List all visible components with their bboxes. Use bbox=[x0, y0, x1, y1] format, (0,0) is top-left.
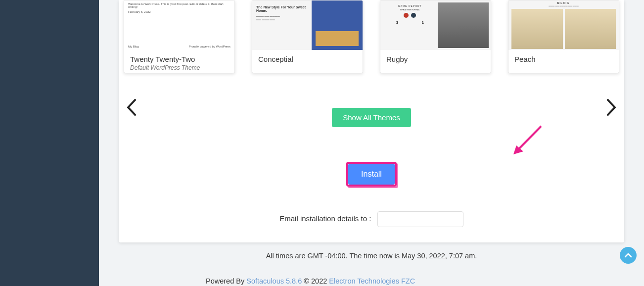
preview-text: The New Style For Your Sweet Home. bbox=[256, 5, 308, 12]
svg-marker-1 bbox=[513, 145, 523, 154]
footer-time-text: All times are GMT -04:00. The time now i… bbox=[266, 252, 477, 260]
theme-title: Rugby bbox=[386, 55, 485, 63]
theme-card-twenty-twenty-two[interactable]: Welcome to WordPress. This is your first… bbox=[124, 0, 235, 73]
preview-image bbox=[438, 2, 489, 48]
preview-text: ▬▬▬ ▬▬ ▬▬▬▬▬▬ ▬▬▬ ▬▬ bbox=[256, 14, 308, 21]
scroll-to-top-button[interactable] bbox=[620, 247, 637, 264]
theme-preview: The New Style For Your Sweet Home. ▬▬▬ ▬… bbox=[252, 0, 363, 50]
theme-title: Twenty Twenty-Two bbox=[130, 55, 229, 63]
preview-text: GREAT WIN IN FINAL bbox=[384, 8, 436, 11]
preview-text: ▬▬▬ ▬▬ ▬▬▬▬ ▬▬ ▬▬▬ bbox=[549, 4, 578, 7]
footer-time: All times are GMT -04:00. The time now i… bbox=[99, 244, 644, 267]
theme-info: Peach bbox=[508, 50, 619, 69]
preview-text: Welcome to WordPress. This is your first… bbox=[128, 2, 230, 8]
preview-text: My Blog bbox=[128, 45, 139, 48]
preview-text: February 6, 2022 bbox=[128, 10, 230, 13]
main-panel: Welcome to WordPress. This is your first… bbox=[119, 0, 624, 242]
preview-image bbox=[565, 9, 616, 49]
email-input[interactable] bbox=[377, 211, 463, 227]
preview-text: Proudly powered by WordPress bbox=[189, 45, 230, 48]
email-label: Email installation details to : bbox=[279, 214, 371, 223]
footer-powered: Powered By Softaculous 5.8.6 © 2022 Elec… bbox=[206, 277, 415, 285]
theme-info: Rugby bbox=[380, 50, 491, 69]
theme-title: Peach bbox=[514, 55, 613, 63]
theme-title: Conceptial bbox=[258, 55, 357, 63]
preview-text: GAME REPORT bbox=[384, 4, 436, 7]
company-link[interactable]: Electron Technologies FZC bbox=[329, 277, 415, 285]
team-badge-icon bbox=[411, 13, 416, 18]
carousel-prev-icon[interactable] bbox=[126, 99, 137, 120]
theme-preview: Welcome to WordPress. This is your first… bbox=[124, 0, 234, 50]
theme-info: Conceptial bbox=[252, 50, 363, 69]
preview-image bbox=[312, 0, 363, 50]
softaculous-link[interactable]: Softaculous 5.8.6 bbox=[246, 277, 302, 285]
theme-subtitle: Default WordPress Theme bbox=[130, 64, 229, 71]
themes-row: Welcome to WordPress. This is your first… bbox=[119, 0, 624, 73]
svg-line-0 bbox=[517, 126, 541, 150]
theme-card-rugby[interactable]: GAME REPORT GREAT WIN IN FINAL 3 1 bbox=[380, 0, 491, 73]
preview-score: 1 bbox=[421, 20, 423, 25]
theme-preview: BLOG ▬▬▬ ▬▬ ▬▬▬▬ ▬▬ ▬▬▬ bbox=[508, 0, 619, 50]
annotation-arrow-icon bbox=[511, 124, 546, 158]
carousel-next-icon[interactable] bbox=[606, 99, 617, 120]
theme-card-peach[interactable]: BLOG ▬▬▬ ▬▬ ▬▬▬▬ ▬▬ ▬▬▬ Peach bbox=[508, 0, 619, 73]
preview-image bbox=[511, 9, 563, 49]
email-row: Email installation details to : bbox=[119, 211, 624, 227]
theme-preview: GAME REPORT GREAT WIN IN FINAL 3 1 bbox=[380, 0, 491, 50]
theme-card-conceptial[interactable]: The New Style For Your Sweet Home. ▬▬▬ ▬… bbox=[252, 0, 363, 73]
show-all-themes-button[interactable]: Show All Themes bbox=[332, 108, 411, 127]
theme-info: Twenty Twenty-Two Default WordPress Them… bbox=[124, 50, 234, 73]
sidebar bbox=[0, 0, 99, 286]
team-badge-icon bbox=[404, 13, 409, 18]
footer-text: © 2022 bbox=[302, 277, 329, 285]
preview-score: 3 bbox=[396, 20, 398, 25]
caret-up-icon bbox=[625, 253, 632, 258]
install-section: Install bbox=[119, 162, 624, 187]
footer-text: Powered By bbox=[206, 277, 246, 285]
content-area: Welcome to WordPress. This is your first… bbox=[99, 0, 644, 286]
install-button[interactable]: Install bbox=[348, 164, 395, 185]
install-highlight: Install bbox=[346, 162, 397, 187]
